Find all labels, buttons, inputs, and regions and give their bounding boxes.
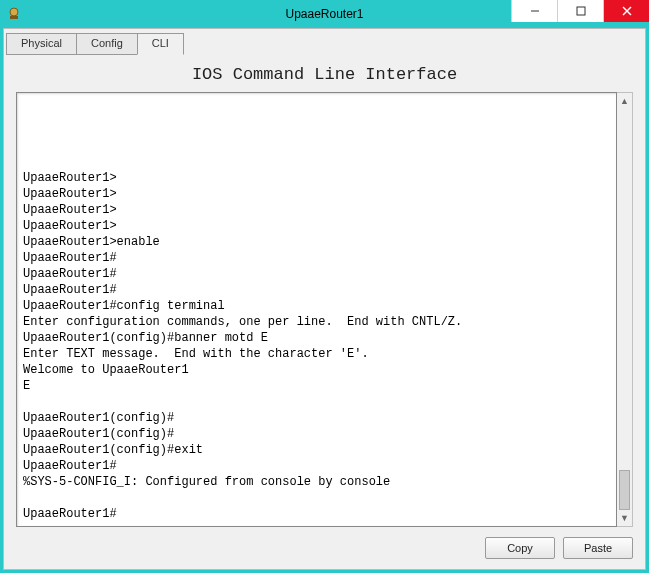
terminal-container: UpaaeRouter1> UpaaeRouter1> UpaaeRouter1…	[16, 92, 633, 527]
button-row: Copy Paste	[4, 535, 645, 569]
cli-heading: IOS Command Line Interface	[4, 65, 645, 84]
maximize-button[interactable]	[557, 0, 603, 22]
terminal-output[interactable]: UpaaeRouter1> UpaaeRouter1> UpaaeRouter1…	[16, 92, 617, 527]
paste-button[interactable]: Paste	[563, 537, 633, 559]
scroll-down-arrow[interactable]: ▼	[617, 510, 632, 526]
close-button[interactable]	[603, 0, 649, 22]
app-window: UpaaeRouter1 Physical Config CLI IOS Com…	[0, 0, 649, 573]
titlebar[interactable]: UpaaeRouter1	[0, 0, 649, 28]
scroll-track[interactable]	[617, 109, 632, 510]
tab-physical[interactable]: Physical	[6, 33, 77, 55]
terminal-text: UpaaeRouter1> UpaaeRouter1> UpaaeRouter1…	[23, 170, 610, 522]
tab-strip: Physical Config CLI	[6, 33, 645, 55]
window-controls	[511, 0, 649, 22]
terminal-scrollbar[interactable]: ▲ ▼	[617, 92, 633, 527]
copy-button[interactable]: Copy	[485, 537, 555, 559]
tab-cli[interactable]: CLI	[137, 33, 184, 55]
tab-divider	[2, 25, 647, 26]
content-area: Physical Config CLI IOS Command Line Int…	[3, 28, 646, 570]
scroll-thumb[interactable]	[619, 470, 630, 510]
minimize-button[interactable]	[511, 0, 557, 22]
tab-config[interactable]: Config	[76, 33, 138, 55]
scroll-up-arrow[interactable]: ▲	[617, 93, 632, 109]
svg-rect-3	[577, 7, 585, 15]
